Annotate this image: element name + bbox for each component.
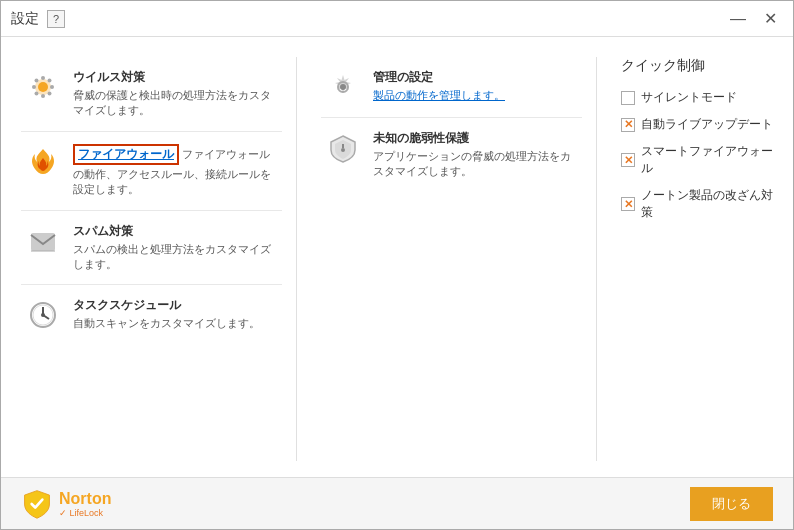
main-content: ウイルス対策 脅威の保護と検出時の処理方法をカスタマイズします。 ファイアウォ [1, 37, 793, 477]
svg-point-7 [48, 92, 52, 96]
vuln-desc: アプリケーションの脅威の処理方法をカスタマイズします。 [373, 150, 571, 177]
spam-desc: スパムの検出と処理方法をカスタマイズします。 [73, 243, 271, 270]
menu-item-manage[interactable]: 管理の設定 製品の動作を管理します。 [317, 57, 586, 117]
norton-shield-icon [21, 488, 53, 520]
svg-point-5 [50, 85, 54, 89]
svg-point-6 [35, 79, 39, 83]
checkbox-silent[interactable] [621, 91, 635, 105]
menu-item-firewall[interactable]: ファイアウォール ファイアウォールの動作、アクセスルール、接続ルールを設定します… [17, 132, 286, 210]
title-bar-controls: — ✕ [724, 9, 783, 29]
quick-label-smartfw: スマートファイアウォール [641, 143, 777, 177]
checkbox-smartfw[interactable]: ✕ [621, 153, 635, 167]
quick-control-title: クイック制御 [621, 57, 777, 75]
title-bar: 設定 ? — ✕ [1, 1, 793, 37]
svg-point-9 [48, 79, 52, 83]
firewall-text: ファイアウォール ファイアウォールの動作、アクセスルール、接続ルールを設定します… [73, 144, 278, 198]
norton-logo: Norton ✓ LifeLock [21, 488, 111, 520]
task-title: タスクスケジュール [73, 297, 278, 314]
svg-point-8 [35, 92, 39, 96]
virus-icon [25, 69, 61, 105]
svg-rect-10 [31, 233, 55, 251]
quick-item-silent[interactable]: サイレントモード [621, 89, 777, 106]
checkbox-autoupdate[interactable]: ✕ [621, 118, 635, 132]
help-button[interactable]: ? [47, 10, 65, 28]
quick-label-silent: サイレントモード [641, 89, 737, 106]
virus-title: ウイルス対策 [73, 69, 278, 86]
svg-point-3 [41, 94, 45, 98]
spam-icon [25, 223, 61, 259]
footer: Norton ✓ LifeLock 閉じる [1, 477, 793, 529]
window-title: 設定 [11, 10, 39, 28]
settings-window: 設定 ? — ✕ [0, 0, 794, 530]
quick-item-autoupdate[interactable]: ✕ 自動ライブアップデート [621, 116, 777, 133]
menu-item-virus[interactable]: ウイルス対策 脅威の保護と検出時の処理方法をカスタマイズします。 [17, 57, 286, 131]
left-column: ウイルス対策 脅威の保護と検出時の処理方法をカスタマイズします。 ファイアウォ [17, 57, 297, 461]
vuln-title: 未知の脆弱性保護 [373, 130, 578, 147]
norton-brand-name: Norton [59, 490, 111, 508]
svg-point-1 [38, 82, 48, 92]
svg-point-16 [41, 313, 45, 317]
minimize-button[interactable]: — [724, 9, 752, 29]
svg-point-2 [41, 76, 45, 80]
menu-item-task[interactable]: タスクスケジュール 自動スキャンをカスタマイズします。 [17, 285, 286, 345]
firewall-title[interactable]: ファイアウォール [73, 144, 179, 165]
svg-point-19 [341, 148, 345, 152]
menu-item-vuln[interactable]: 未知の脆弱性保護 アプリケーションの脅威の処理方法をカスタマイズします。 [317, 118, 586, 192]
menu-item-spam[interactable]: スパム対策 スパムの検出と処理方法をカスタマイズします。 [17, 211, 286, 285]
virus-desc: 脅威の保護と検出時の処理方法をカスタマイズします。 [73, 89, 271, 116]
quick-label-norton-protect: ノートン製品の改ざん対策 [641, 187, 777, 221]
svg-point-4 [32, 85, 36, 89]
main-panel: ウイルス対策 脅威の保護と検出時の処理方法をカスタマイズします。 ファイアウォ [17, 57, 777, 461]
right-column: 管理の設定 製品の動作を管理します。 [297, 57, 597, 461]
vuln-icon [325, 130, 361, 166]
task-desc: 自動スキャンをカスタマイズします。 [73, 317, 260, 329]
manage-icon [325, 69, 361, 105]
task-text: タスクスケジュール 自動スキャンをカスタマイズします。 [73, 297, 278, 331]
manage-title: 管理の設定 [373, 69, 578, 86]
title-bar-left: 設定 ? [11, 10, 65, 28]
manage-text: 管理の設定 製品の動作を管理します。 [373, 69, 578, 103]
manage-desc: 製品の動作を管理します。 [373, 89, 505, 101]
close-button[interactable]: 閉じる [690, 487, 773, 521]
virus-text: ウイルス対策 脅威の保護と検出時の処理方法をカスタマイズします。 [73, 69, 278, 119]
svg-point-18 [340, 84, 346, 90]
firewall-icon [25, 144, 61, 180]
close-window-button[interactable]: ✕ [758, 9, 783, 29]
quick-item-norton-protect[interactable]: ✕ ノートン製品の改ざん対策 [621, 187, 777, 221]
task-icon [25, 297, 61, 333]
quick-label-autoupdate: 自動ライブアップデート [641, 116, 773, 133]
vuln-text: 未知の脆弱性保護 アプリケーションの脅威の処理方法をカスタマイズします。 [373, 130, 578, 180]
norton-text: Norton ✓ LifeLock [59, 490, 111, 518]
checkbox-norton-protect[interactable]: ✕ [621, 197, 635, 211]
quick-item-smartfw[interactable]: ✕ スマートファイアウォール [621, 143, 777, 177]
spam-title: スパム対策 [73, 223, 278, 240]
norton-sub-brand: ✓ LifeLock [59, 508, 111, 518]
quick-control-panel: クイック制御 サイレントモード ✕ 自動ライブアップデート ✕ [597, 57, 777, 461]
spam-text: スパム対策 スパムの検出と処理方法をカスタマイズします。 [73, 223, 278, 273]
